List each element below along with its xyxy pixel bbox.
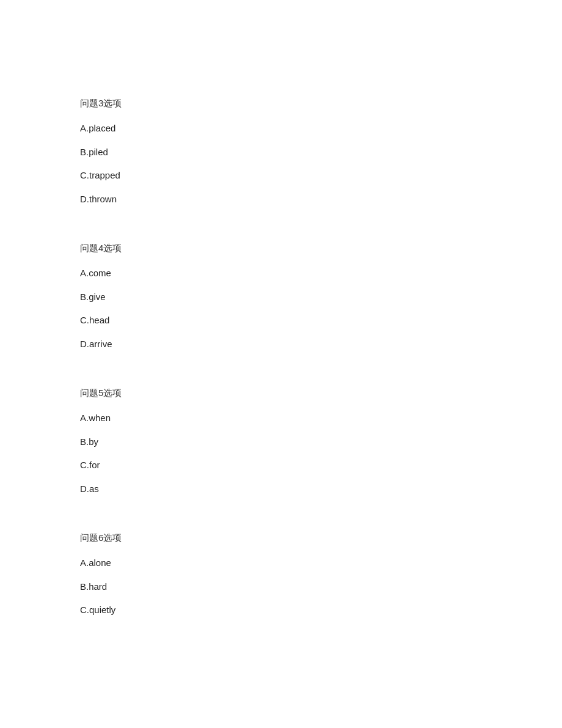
option-item-q3-2[interactable]: C.trapped <box>80 169 562 183</box>
question-title-q6: 问题6选项 <box>80 532 562 544</box>
option-item-q3-0[interactable]: A.placed <box>80 122 562 136</box>
option-item-q4-0[interactable]: A.come <box>80 267 562 281</box>
option-item-q5-3[interactable]: D.as <box>80 482 562 496</box>
option-item-q6-2[interactable]: C.quietly <box>80 603 562 617</box>
option-item-q6-0[interactable]: A.alone <box>80 556 562 570</box>
question-block-q6: 问题6选项A.aloneB.hardC.quietly <box>80 532 562 617</box>
option-item-q6-1[interactable]: B.hard <box>80 580 562 594</box>
option-item-q3-3[interactable]: D.thrown <box>80 193 562 207</box>
question-title-q4: 问题4选项 <box>80 243 562 254</box>
page-container: 问题3选项A.placedB.piledC.trappedD.thrown问题4… <box>0 0 562 691</box>
question-title-q5: 问题5选项 <box>80 388 562 399</box>
option-item-q4-2[interactable]: C.head <box>80 314 562 328</box>
option-item-q5-1[interactable]: B.by <box>80 435 562 449</box>
question-title-q3: 问题3选项 <box>80 98 562 109</box>
question-block-q5: 问题5选项A.whenB.byC.forD.as <box>80 388 562 496</box>
option-item-q5-2[interactable]: C.for <box>80 458 562 472</box>
option-item-q3-1[interactable]: B.piled <box>80 145 562 160</box>
question-block-q3: 问题3选项A.placedB.piledC.trappedD.thrown <box>80 98 562 206</box>
option-item-q5-0[interactable]: A.when <box>80 411 562 425</box>
question-block-q4: 问题4选项A.comeB.giveC.headD.arrive <box>80 243 562 351</box>
option-item-q4-3[interactable]: D.arrive <box>80 337 562 351</box>
option-item-q4-1[interactable]: B.give <box>80 290 562 304</box>
